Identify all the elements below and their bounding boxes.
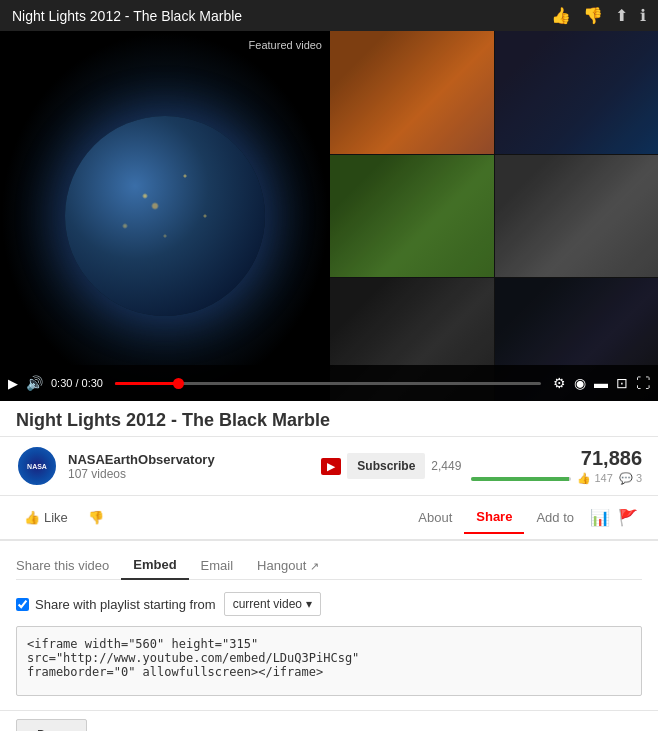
captions-icon[interactable]: ◉ xyxy=(574,375,586,391)
right-controls: ⚙ ◉ ▬ ⊡ ⛶ xyxy=(553,375,650,391)
bottom-section: Done xyxy=(0,711,658,731)
external-link-icon: ↗ xyxy=(310,560,319,572)
fullscreen-icon[interactable]: ⛶ xyxy=(636,375,650,391)
stats-icon[interactable]: 📊 xyxy=(586,500,614,535)
subscribe-section: ▶ Subscribe 2,449 xyxy=(321,453,461,479)
dislike-button[interactable]: 👎 xyxy=(80,504,112,531)
volume-icon[interactable]: 🔊 xyxy=(26,375,43,391)
like-button[interactable]: 👍 Like xyxy=(16,504,76,531)
featured-label: Featured video xyxy=(249,39,322,51)
tab-group: About Share Add to 📊 🚩 xyxy=(406,500,642,535)
play-button[interactable]: ▶ xyxy=(8,376,18,391)
subscriber-count: 2,449 xyxy=(431,459,461,473)
top-bar-actions: 👍 👎 ⬆ ℹ xyxy=(551,6,646,25)
share-tab-hangout[interactable]: Hangout ↗ xyxy=(245,552,331,579)
done-button[interactable]: Done xyxy=(16,719,87,731)
time-display: 0:30 / 0:30 xyxy=(51,377,103,389)
dislike-icon: 👎 xyxy=(88,510,104,525)
theater-mode-icon[interactable]: ▬ xyxy=(594,375,608,391)
rating-row: 👍 147 💬 3 xyxy=(471,472,642,485)
embed-options: Share with playlist starting from curren… xyxy=(16,592,642,616)
share-section: Share this video Embed Email Hangout ↗ S… xyxy=(0,541,658,711)
progress-fill xyxy=(115,382,179,385)
progress-track[interactable] xyxy=(115,382,541,385)
earth-lights-overlay xyxy=(65,116,265,316)
channel-avatar[interactable] xyxy=(16,445,58,487)
playlist-checkbox-label[interactable]: Share with playlist starting from xyxy=(16,597,216,612)
channel-row: NASAEarthObservatory 107 videos ▶ Subscr… xyxy=(0,437,658,496)
thumbnail-3[interactable] xyxy=(330,155,494,278)
thumbs-down-icon[interactable]: 👎 xyxy=(583,6,603,25)
channel-info: NASAEarthObservatory 107 videos xyxy=(68,452,311,481)
comment-count: 💬 3 xyxy=(619,472,642,485)
info-icon[interactable]: ℹ xyxy=(640,6,646,25)
thumbs-up-icon[interactable]: 👍 xyxy=(551,6,571,25)
flag-icon[interactable]: 🚩 xyxy=(614,500,642,535)
like-label: Like xyxy=(44,510,68,525)
thumbnail-2[interactable] xyxy=(495,31,659,154)
earth-visualization xyxy=(65,116,265,316)
action-bar: 👍 Like 👎 About Share Add to 📊 🚩 xyxy=(0,496,658,541)
share-tabs: Share this video Embed Email Hangout ↗ xyxy=(16,551,642,580)
channel-videos: 107 videos xyxy=(68,467,311,481)
miniplayer-icon[interactable]: ⊡ xyxy=(616,375,628,391)
settings-icon[interactable]: ⚙ xyxy=(553,375,566,391)
like-count: 👍 147 xyxy=(577,472,612,485)
player-controls: ▶ 🔊 0:30 / 0:30 ⚙ ◉ ▬ ⊡ ⛶ xyxy=(0,365,658,401)
playlist-checkbox[interactable] xyxy=(16,598,29,611)
dropdown-chevron-icon: ▾ xyxy=(306,597,312,611)
title-section: Night Lights 2012 - The Black Marble xyxy=(0,401,658,437)
rating-fill xyxy=(471,477,569,481)
stats-block: 71,886 👍 147 💬 3 xyxy=(471,447,642,485)
playlist-option: current video xyxy=(233,597,302,611)
tab-about[interactable]: About xyxy=(406,502,464,533)
video-title: Night Lights 2012 - The Black Marble xyxy=(16,409,642,432)
tab-add-to[interactable]: Add to xyxy=(524,502,586,533)
video-main-area: Featured video xyxy=(0,31,330,401)
thumbnail-4[interactable] xyxy=(495,155,659,278)
share-icon[interactable]: ⬆ xyxy=(615,6,628,25)
hangout-label: Hangout xyxy=(257,558,306,573)
playlist-label: Share with playlist starting from xyxy=(35,597,216,612)
video-thumbnail-grid xyxy=(330,31,658,401)
youtube-logo: ▶ xyxy=(321,458,341,475)
share-tab-email[interactable]: Email xyxy=(189,552,246,579)
rating-bar xyxy=(471,477,571,481)
top-bar: Night Lights 2012 - The Black Marble 👍 👎… xyxy=(0,0,658,31)
embed-code-textarea[interactable] xyxy=(16,626,642,696)
share-tab-share-video[interactable]: Share this video xyxy=(16,552,121,579)
share-tab-embed[interactable]: Embed xyxy=(121,551,188,580)
like-icon: 👍 xyxy=(24,510,40,525)
channel-name[interactable]: NASAEarthObservatory xyxy=(68,452,311,467)
video-player[interactable]: Featured video ▶ 🔊 0:30 / 0:30 ⚙ ◉ ▬ ⊡ ⛶ xyxy=(0,31,658,401)
playlist-dropdown[interactable]: current video ▾ xyxy=(224,592,321,616)
view-count: 71,886 xyxy=(471,447,642,470)
about-label: About xyxy=(418,510,452,525)
share-label: Share xyxy=(476,509,512,524)
subscribe-button[interactable]: Subscribe xyxy=(347,453,425,479)
tab-share[interactable]: Share xyxy=(464,501,524,534)
thumbnail-1[interactable] xyxy=(330,31,494,154)
add-to-label: Add to xyxy=(536,510,574,525)
top-bar-title: Night Lights 2012 - The Black Marble xyxy=(12,8,242,24)
